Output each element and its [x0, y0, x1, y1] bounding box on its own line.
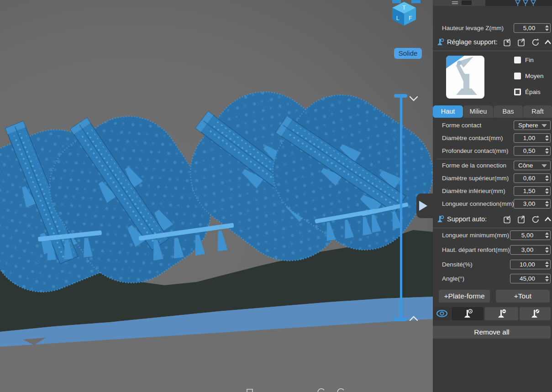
spinner-arrows[interactable]	[545, 261, 549, 268]
dropdown-arrow-icon	[541, 124, 547, 127]
checkbox-epais[interactable]	[514, 89, 521, 95]
viewport-3d[interactable]: T L F Solide	[0, 0, 433, 392]
profondeur-contact-input[interactable]: 0,50	[514, 146, 551, 156]
auto-support-title: Support auto:	[447, 215, 487, 223]
diametre-contact-input[interactable]: 1,00	[514, 133, 551, 143]
longueur-minimum-input[interactable]: 5,00	[510, 230, 551, 240]
checkbox-epais-label: Épais	[525, 89, 541, 95]
angle-input[interactable]: 45,00	[510, 274, 551, 283]
support-preview-image	[446, 56, 484, 99]
field-haut-depart-renfort: Haut. départ renfort(mm) 3,00	[433, 245, 552, 256]
diametre-superieur-input[interactable]: 0,60	[514, 173, 551, 183]
haut-depart-renfort-input[interactable]: 3,00	[510, 245, 551, 255]
logo-letter-top: T	[402, 5, 406, 11]
spinner-arrows[interactable]	[545, 25, 549, 31]
panel-top-tab[interactable]	[433, 0, 485, 6]
import-icon[interactable]	[503, 38, 512, 47]
tab-bas[interactable]: Bas	[494, 105, 523, 118]
checkbox-fin-label: Fin	[525, 57, 534, 63]
delete-support-button[interactable]	[485, 307, 518, 320]
field-diametre-superieur: Diamètre supérieur(mm) 0,60	[433, 173, 552, 185]
logo-letter-left: L	[396, 15, 400, 21]
tab-haut[interactable]: Haut	[433, 105, 463, 118]
delete-support-icon	[485, 307, 518, 320]
lift-height-row: Hauteur levage Z(mm) 5,00	[433, 23, 552, 34]
toggle-supports-visibility-button[interactable]	[433, 307, 451, 320]
dark-tool-icon	[462, 0, 472, 5]
hamburger-icon	[452, 1, 458, 5]
scene-canvas: T L F	[0, 0, 433, 392]
field-diametre-contact: Diamètre contact(mm) 1,00	[433, 133, 552, 145]
field-longueur-minimum: Longueur minimum(mm) 5,00	[433, 230, 552, 242]
checkbox-fin[interactable]	[514, 57, 521, 63]
import-icon[interactable]	[503, 215, 512, 224]
eye-icon	[433, 307, 451, 320]
spinner-arrows[interactable]	[545, 275, 549, 282]
collapse-icon[interactable]	[544, 38, 552, 47]
logo-cube-icon: T L F	[392, 0, 421, 26]
reset-icon[interactable]	[531, 215, 540, 224]
checkbox-moyen[interactable]	[514, 73, 521, 79]
support-panel: Hauteur levage Z(mm) 5,00 Réglage suppor…	[433, 0, 552, 392]
panel-expand-handle[interactable]	[416, 193, 433, 218]
export-icon[interactable]	[517, 38, 526, 47]
view-mode-button[interactable]: Solide	[394, 48, 422, 59]
field-longueur-connection: Longueur connection(mm) 3,00	[433, 199, 552, 210]
collapse-icon[interactable]	[544, 215, 552, 224]
spinner-arrows[interactable]	[545, 147, 549, 154]
auto-support-header: Support auto:	[433, 214, 552, 225]
edit-support-button[interactable]	[520, 307, 551, 320]
add-support-button[interactable]	[452, 307, 484, 320]
support-settings-header: Réglage support:	[433, 37, 552, 47]
reset-icon[interactable]	[531, 38, 540, 47]
lift-height-label: Hauteur levage Z(mm)	[442, 25, 504, 31]
chevron-down-icon[interactable]	[410, 97, 417, 100]
field-angle: Angle(°) 45,00	[433, 273, 552, 285]
checkbox-moyen-label: Moyen	[525, 73, 544, 79]
field-forme-contact: Forme contact Sphere	[433, 120, 552, 132]
forme-contact-select[interactable]: Sphere	[514, 120, 551, 130]
add-platform-button[interactable]: +Plate-forme	[439, 290, 490, 303]
longueur-connection-input[interactable]: 3,00	[514, 199, 551, 209]
support-settings-title: Réglage support:	[447, 38, 497, 46]
divider	[433, 228, 552, 228]
remove-all-button[interactable]: Remove all	[433, 326, 551, 339]
support-section-tabs: Haut Milieu Bas Raft	[433, 105, 552, 118]
add-support-icon	[452, 307, 484, 320]
edit-support-icon	[520, 307, 551, 320]
diametre-inferieur-input[interactable]: 1,50	[514, 186, 551, 196]
dropdown-arrow-icon	[541, 164, 547, 167]
spinner-arrows[interactable]	[545, 200, 549, 207]
divider	[436, 159, 552, 159]
spinner-arrows[interactable]	[545, 188, 549, 194]
tab-milieu[interactable]: Milieu	[463, 105, 493, 118]
spinner-arrows[interactable]	[545, 246, 549, 253]
densite-input[interactable]: 10,00	[510, 260, 551, 269]
field-forme-connection: Forme de la connection Cône	[433, 160, 552, 172]
divider	[433, 51, 552, 51]
add-all-button[interactable]: +Tout	[496, 290, 550, 303]
logo-letter-right: F	[409, 15, 412, 21]
field-diametre-inferieur: Diamètre inférieur(mm) 1,50	[433, 186, 552, 198]
app-window: T L F Solide	[0, 0, 552, 392]
export-icon[interactable]	[517, 215, 526, 224]
support-pin-icon	[436, 214, 445, 224]
z-clip-handle-bottom	[394, 318, 407, 321]
tab-raft[interactable]: Raft	[523, 105, 552, 118]
supports-icon[interactable]	[514, 0, 537, 6]
support-pin-icon	[436, 37, 445, 47]
field-densite: Densité(%) 10,00	[433, 259, 552, 271]
z-clip-handle-top	[394, 94, 407, 98]
panel-top-strip	[433, 0, 552, 6]
lift-height-input[interactable]: 5,00	[514, 23, 551, 33]
field-profondeur-contact: Profondeur contact(mm) 0,50	[433, 146, 552, 157]
spinner-arrows[interactable]	[545, 232, 549, 239]
forme-connection-select[interactable]: Cône	[514, 161, 551, 170]
spinner-arrows[interactable]	[545, 175, 549, 182]
spinner-arrows[interactable]	[545, 135, 549, 141]
